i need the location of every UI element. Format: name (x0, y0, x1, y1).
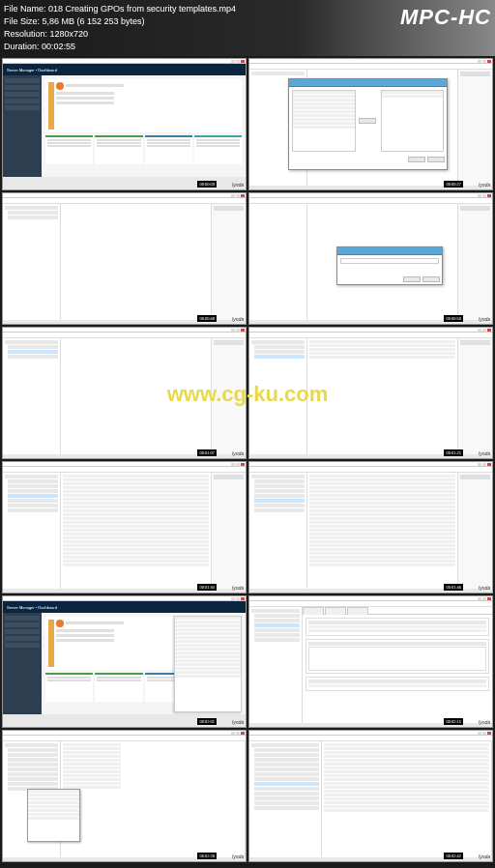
thumbnail-12[interactable]: 00:02:42 lynda (248, 730, 493, 862)
tools-menu (174, 616, 242, 712)
file-name-value: 018 Creating GPOs from security template… (48, 4, 236, 14)
thumbnail-10[interactable]: 00:02:15 lynda (248, 595, 493, 728)
brand-logo: lynda (479, 182, 490, 188)
timestamp: 00:00:50 (444, 315, 463, 322)
thumbnail-1[interactable]: Server Manager • Dashboard (2, 58, 247, 190)
gpo-editor-tree (249, 741, 322, 857)
minimize-icon (231, 60, 235, 63)
file-size-value: 5,86 MB (6 152 253 bytes) (43, 16, 145, 26)
server-manager-header: Server Manager • Dashboard (3, 601, 246, 613)
mmc-tree (3, 473, 61, 589)
close-icon (241, 60, 245, 63)
sidebar-item (5, 99, 40, 103)
step-text (56, 92, 114, 95)
tree-node (5, 340, 58, 344)
tree-node (8, 355, 58, 359)
tree-node (8, 211, 58, 215)
brand-logo: lynda (479, 585, 490, 591)
role-tile (45, 135, 93, 164)
timestamp: 00:01:21 (444, 449, 463, 456)
brand-logo: lynda (232, 316, 244, 322)
mmc-center (307, 338, 458, 454)
brand-logo: lynda (232, 585, 244, 591)
maximize-icon (236, 60, 240, 63)
save-dialog (336, 246, 443, 285)
thumbnail-3[interactable]: 00:00:48 lynda (2, 192, 247, 325)
actions-pane (458, 473, 492, 589)
sidebar-item (5, 105, 40, 110)
sm-title: Server Manager • Dashboard (7, 605, 57, 610)
add-button (359, 118, 376, 124)
mmc-tree (249, 473, 307, 589)
tree-node (8, 345, 58, 349)
media-player-header: File Name: 018 Creating GPOs from securi… (0, 0, 495, 56)
thumbnail-2[interactable]: 00:00:27 lynda (248, 58, 493, 190)
app-title: MPC-HC (400, 5, 491, 30)
thumbnail-7[interactable]: 00:01:34 lynda (2, 461, 247, 593)
timestamp: 00:01:07 (197, 449, 217, 456)
thumbnail-5[interactable]: 00:01:07 lynda (2, 327, 247, 459)
thumbnail-6[interactable]: 00:01:21 lynda (248, 327, 493, 459)
mmc-tree (3, 338, 61, 454)
sidebar-item (5, 92, 40, 97)
tree-node (254, 345, 305, 349)
brand-logo: lynda (232, 854, 244, 859)
gpo-tabs (303, 607, 492, 615)
cancel-button (427, 157, 445, 162)
tree-node (8, 216, 58, 219)
minimize-icon (478, 60, 481, 63)
brand-logo: lynda (479, 316, 490, 322)
tree-node-selected (254, 355, 305, 359)
timestamp: 00:02:15 (444, 718, 463, 725)
thumbnail-8[interactable]: 00:01:46 lynda (248, 461, 493, 593)
timestamp: 00:00:27 (444, 181, 463, 188)
actions-pane (458, 70, 492, 186)
mmc-tree (3, 204, 61, 320)
role-tile (145, 135, 192, 164)
thumbnail-11[interactable]: 00:02:28 lynda (2, 730, 247, 862)
file-name-label: File Name: (4, 4, 46, 14)
close-icon (487, 60, 491, 63)
thumbnail-4[interactable]: 00:00:50 lynda (248, 192, 493, 325)
brand-logo: lynda (232, 450, 244, 456)
dialog-titlebar (289, 79, 447, 87)
step-text (56, 97, 114, 100)
timestamp: 00:00:03 (197, 181, 217, 188)
tree-node (5, 206, 58, 210)
actions-pane (458, 204, 492, 320)
mmc-tree (249, 204, 307, 320)
mmc-center (61, 338, 212, 454)
resolution-label: Resolution: (4, 29, 47, 39)
sm-main-content (42, 75, 246, 177)
tree-node (254, 350, 305, 354)
tree-node (251, 340, 305, 344)
thumbnail-9[interactable]: Server Manager • Dashboard (2, 595, 247, 728)
context-menu (27, 789, 80, 842)
file-size-label: File Size: (4, 16, 40, 26)
role-tile (194, 135, 242, 164)
role-tile (95, 673, 142, 702)
brand-logo: lynda (479, 450, 490, 456)
tree-node (251, 72, 305, 75)
gpo-main (303, 607, 492, 723)
mmc-center (61, 473, 212, 589)
wmi-section (306, 677, 489, 691)
duration-label: Duration: (4, 42, 40, 51)
ok-button (408, 157, 425, 162)
brand-logo: lynda (479, 854, 490, 859)
save-button (403, 276, 421, 282)
sidebar-item (5, 78, 40, 83)
dialog-titlebar (337, 247, 442, 255)
actions-pane (212, 204, 246, 320)
role-tile (45, 673, 93, 702)
sidebar-item (5, 85, 40, 90)
role-tile (95, 135, 142, 164)
welcome-tile (45, 79, 242, 132)
filename-input (340, 258, 439, 264)
timestamp: 00:00:48 (197, 315, 217, 322)
mmc-center (307, 473, 458, 589)
sm-sidebar (3, 613, 42, 714)
actions-pane (458, 338, 492, 454)
timestamp: 00:02:42 (444, 853, 463, 859)
brand-logo: lynda (232, 182, 244, 188)
